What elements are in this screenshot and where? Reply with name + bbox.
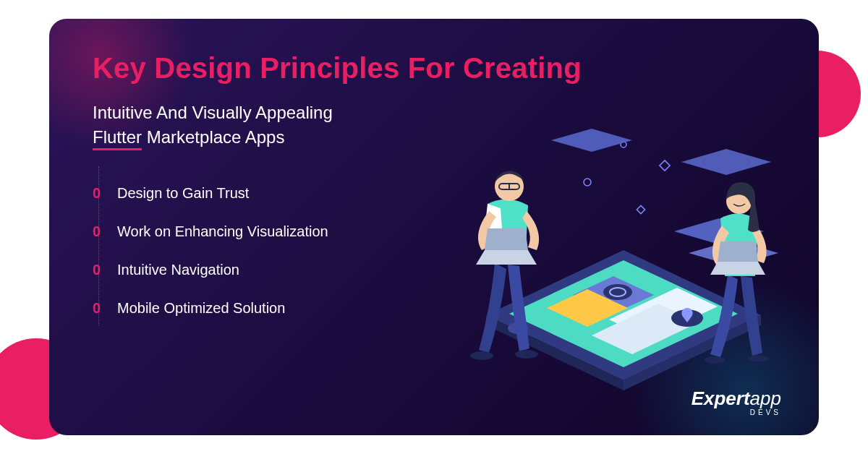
brand-logo-strong: Expert — [692, 387, 750, 409]
bullet-label: Design to Gain Trust — [117, 185, 249, 202]
svg-marker-23 — [485, 228, 528, 250]
svg-marker-5 — [681, 149, 771, 175]
svg-rect-1 — [660, 160, 670, 171]
bullet-label: Mobile Optimized Solution — [117, 300, 285, 317]
brand-logo: Expertapp DEVS — [692, 387, 781, 416]
infographic-card: Key Design Principles For Creating Intui… — [49, 19, 819, 435]
svg-marker-29 — [710, 262, 765, 275]
bullet-marker: 0 — [93, 185, 117, 202]
bullet-label: Work on Enhancing Visualization — [117, 223, 328, 240]
svg-point-2 — [584, 179, 591, 186]
bullet-marker: 0 — [93, 223, 117, 240]
subheadline-line1: Intuitive And Visually Appealing — [93, 103, 333, 122]
subheadline-highlight: Flutter — [93, 127, 142, 150]
hero-illustration — [421, 120, 797, 395]
svg-point-28 — [748, 355, 768, 362]
brand-logo-sub: DEVS — [692, 408, 781, 416]
svg-point-20 — [470, 351, 493, 360]
subheadline-line2-rest: Marketplace Apps — [147, 127, 285, 147]
svg-marker-4 — [551, 129, 632, 152]
svg-point-15 — [603, 284, 632, 300]
svg-marker-30 — [718, 241, 758, 262]
svg-rect-3 — [637, 205, 644, 213]
headline: Key Design Principles For Creating — [93, 52, 775, 85]
brand-logo-light: app — [750, 387, 781, 409]
svg-point-27 — [705, 356, 725, 364]
bullet-marker: 0 — [93, 300, 117, 317]
bullet-marker: 0 — [93, 262, 117, 278]
bullet-label: Intuitive Navigation — [117, 262, 239, 278]
svg-point-21 — [515, 350, 538, 359]
svg-marker-22 — [476, 250, 537, 265]
